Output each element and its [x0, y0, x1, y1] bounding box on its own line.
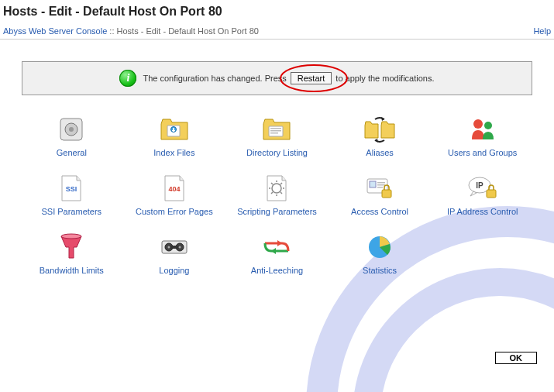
breadcrumb-row: Abyss Web Server Console :: Hosts - Edit… — [0, 22, 554, 40]
option-label: Aliases — [366, 148, 393, 159]
host-options-grid: General Index Files Directory Listing — [0, 108, 554, 282]
svg-point-13 — [473, 119, 483, 129]
option-label: Bandwidth Limits — [40, 266, 104, 277]
ssi-icon: SSI — [56, 173, 87, 204]
option-label: Logging — [159, 266, 189, 277]
option-scripting-parameters[interactable]: Scripting Parameters — [227, 173, 327, 218]
svg-point-35 — [61, 234, 81, 239]
option-users-groups[interactable]: Users and Groups — [432, 114, 532, 159]
notice-text: The configuration has changed. Press Res… — [143, 72, 434, 84]
access-control-icon — [364, 173, 395, 204]
option-label: Access Control — [351, 207, 408, 218]
directory-listing-icon — [261, 114, 292, 145]
svg-rect-27 — [370, 181, 376, 187]
help-link-wrap: Help — [533, 26, 551, 36]
svg-marker-42 — [277, 240, 282, 246]
scripting-icon — [261, 173, 292, 204]
option-label: General — [57, 148, 87, 159]
option-label: Users and Groups — [448, 148, 517, 159]
logging-icon — [159, 232, 190, 263]
option-index-files[interactable]: Index Files — [125, 114, 225, 159]
svg-rect-31 — [382, 190, 391, 198]
svg-text:SSI: SSI — [66, 185, 77, 193]
option-label: SSI Parameters — [41, 207, 102, 218]
option-label: Anti-Leeching — [251, 266, 303, 277]
config-changed-notice: i The configuration has changed. Press R… — [22, 61, 532, 95]
option-aliases[interactable]: Aliases — [330, 114, 430, 159]
option-label: Scripting Parameters — [237, 207, 317, 218]
page-header: Hosts - Edit - Default Host On Port 80 — [0, 0, 554, 22]
svg-rect-9 — [270, 130, 281, 132]
svg-rect-39 — [169, 246, 180, 249]
ip-control-icon: IP — [467, 173, 498, 204]
svg-point-40 — [167, 246, 170, 248]
option-custom-error-pages[interactable]: 404 Custom Error Pages — [125, 173, 225, 218]
option-logging[interactable]: Logging — [125, 232, 225, 277]
option-bandwidth-limits[interactable]: Bandwidth Limits — [22, 232, 122, 277]
svg-text:404: 404 — [168, 185, 180, 193]
option-directory-listing[interactable]: Directory Listing — [227, 114, 327, 159]
breadcrumb-trail: Hosts - Edit - Default Host On Port 80 — [117, 26, 259, 36]
svg-point-2 — [69, 127, 74, 132]
option-label: Custom Error Pages — [136, 207, 213, 218]
error-404-icon: 404 — [159, 173, 190, 204]
option-label: Statistics — [363, 266, 397, 277]
svg-rect-5 — [173, 128, 174, 132]
svg-rect-29 — [377, 184, 385, 186]
option-label: Directory Listing — [246, 148, 308, 159]
option-label: Index Files — [153, 148, 194, 159]
svg-rect-34 — [487, 190, 496, 198]
svg-point-14 — [484, 122, 492, 129]
ok-button[interactable]: OK — [495, 352, 538, 364]
info-icon: i — [119, 70, 136, 87]
anti-leeching-icon — [261, 232, 292, 263]
option-anti-leeching[interactable]: Anti-Leeching — [227, 232, 327, 277]
option-ssi-parameters[interactable]: SSI SSI Parameters — [22, 173, 122, 218]
ok-row: OK — [495, 352, 538, 364]
svg-point-41 — [178, 246, 181, 248]
aliases-icon — [364, 114, 395, 145]
svg-text:IP: IP — [476, 181, 483, 190]
general-icon — [56, 114, 87, 145]
breadcrumb: Abyss Web Server Console :: Hosts - Edit… — [3, 26, 259, 36]
restart-button[interactable]: Restart — [291, 72, 332, 84]
svg-rect-10 — [270, 132, 278, 134]
help-link[interactable]: Help — [533, 26, 551, 36]
option-label: IP Address Control — [447, 207, 518, 218]
console-link[interactable]: Abyss Web Server Console — [3, 26, 107, 36]
users-groups-icon — [467, 114, 498, 145]
bandwidth-icon — [56, 232, 87, 263]
option-general[interactable]: General — [22, 114, 122, 159]
page-title: Hosts - Edit - Default Host On Port 80 — [3, 5, 551, 19]
svg-rect-6 — [172, 130, 175, 131]
svg-rect-30 — [377, 187, 383, 188]
index-files-icon — [159, 114, 190, 145]
statistics-icon — [364, 232, 395, 263]
option-ip-address-control[interactable]: IP IP Address Control — [432, 173, 532, 218]
option-access-control[interactable]: Access Control — [330, 173, 430, 218]
svg-rect-8 — [270, 128, 281, 129]
svg-rect-28 — [377, 182, 385, 184]
svg-marker-43 — [271, 248, 276, 254]
option-statistics[interactable]: Statistics — [330, 232, 430, 277]
